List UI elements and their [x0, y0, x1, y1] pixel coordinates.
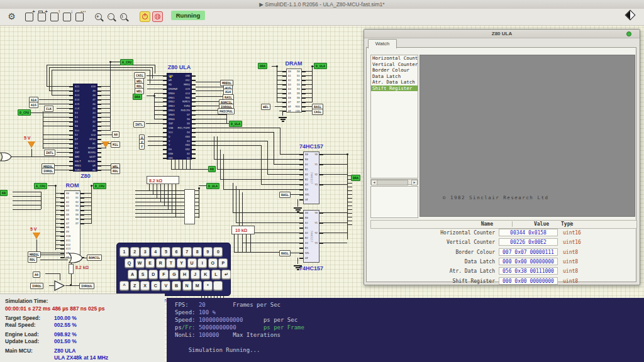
watch-list-item[interactable]: Atr. Data Latch	[371, 79, 418, 85]
wire[interactable]	[147, 84, 163, 85]
wire[interactable]	[135, 213, 184, 214]
net-tag-iorql[interactable]: IORQL	[30, 283, 43, 289]
wire[interactable]	[275, 106, 282, 107]
wire[interactable]	[347, 183, 352, 184]
wire[interactable]	[157, 184, 157, 198]
wire[interactable]	[323, 174, 347, 175]
wire[interactable]	[153, 184, 153, 194]
wire[interactable]	[84, 206, 91, 206]
keyboard-key-Z[interactable]: Z	[130, 281, 140, 290]
wire[interactable]	[110, 62, 121, 62]
wire[interactable]	[55, 214, 60, 215]
wire[interactable]	[233, 183, 233, 212]
wire[interactable]	[55, 210, 60, 211]
wire[interactable]	[55, 244, 60, 245]
wire[interactable]	[43, 134, 69, 135]
keyboard-key-S[interactable]: S	[138, 270, 148, 279]
wire[interactable]	[84, 219, 91, 219]
wire[interactable]	[199, 188, 199, 218]
wire[interactable]	[277, 102, 282, 102]
wire[interactable]	[175, 160, 175, 169]
chip-dram[interactable]: A0A1A2A3A4A5A6A7WEOED0D1D2D3D4D5D6D7RASC…	[286, 69, 302, 112]
wire[interactable]	[190, 160, 191, 169]
wire[interactable]	[149, 184, 150, 190]
watch-value[interactable]: 000 0x00 00000000	[499, 277, 558, 285]
keyboard-key-C[interactable]: C	[151, 281, 160, 290]
wire[interactable]	[236, 186, 236, 222]
keyboard-key-O[interactable]: O	[208, 258, 218, 268]
watch-value[interactable]: 056 0x38 00111000	[499, 267, 558, 275]
wire[interactable]	[147, 89, 163, 89]
net-tag-a0[interactable]: A0	[112, 131, 119, 138]
keyboard-key-W[interactable]: W	[135, 258, 145, 268]
wire[interactable]	[101, 117, 110, 118]
wire[interactable]	[101, 165, 111, 166]
wire[interactable]	[91, 187, 92, 224]
keyboard-key-*[interactable]: *	[203, 281, 213, 290]
wire[interactable]	[306, 111, 312, 111]
bus-tag-kb[interactable]: KB	[208, 166, 216, 172]
keyboard-key-A[interactable]: A	[128, 270, 137, 279]
wire[interactable]	[347, 217, 352, 217]
keyboard-key-E[interactable]: E	[145, 258, 155, 268]
wire[interactable]	[84, 193, 91, 194]
wire[interactable]	[49, 285, 54, 286]
bus-tag-d-ula[interactable]: D_ULA	[229, 121, 242, 127]
chip-ula[interactable]: CASWRRDDRAMWEDRA0DRA1DRA2DRA3DRA4DRA5DRA…	[167, 73, 192, 160]
wire[interactable]	[242, 234, 243, 252]
keyboard-key-T[interactable]: T	[166, 258, 175, 268]
bus-tag-dra[interactable]: DRA	[351, 175, 360, 181]
wire[interactable]	[306, 102, 312, 102]
wire[interactable]	[13, 205, 41, 206]
wire[interactable]	[147, 80, 163, 80]
resistor-pack[interactable]: 10 kΩ	[231, 226, 255, 234]
wire[interactable]	[43, 139, 69, 140]
wire[interactable]	[306, 75, 312, 76]
watch-window-titlebar[interactable]: Z80 ULA	[364, 30, 640, 38]
wire[interactable]	[347, 187, 352, 187]
wire[interactable]	[43, 143, 69, 144]
ground-symbol[interactable]	[294, 207, 302, 213]
wire[interactable]	[236, 222, 299, 223]
keyboard-key-L[interactable]: L	[211, 270, 221, 279]
wire[interactable]	[277, 75, 282, 76]
resistor-pack[interactable]	[69, 264, 74, 274]
wire[interactable]	[179, 160, 179, 169]
wire[interactable]	[101, 130, 110, 131]
wire[interactable]	[101, 112, 110, 113]
wire[interactable]	[101, 90, 110, 91]
ground-symbol[interactable]	[294, 265, 302, 271]
wire[interactable]	[135, 217, 184, 217]
wire[interactable]	[199, 185, 206, 186]
keyboard-key-V[interactable]: V	[161, 281, 170, 290]
wire[interactable]	[47, 65, 155, 65]
net-tag-intl[interactable]: INTL	[44, 150, 55, 156]
wire[interactable]	[277, 84, 282, 85]
wire[interactable]	[60, 273, 60, 280]
buffer-gate[interactable]	[54, 280, 66, 291]
wire[interactable]	[154, 102, 163, 102]
wire[interactable]	[55, 236, 60, 236]
keyboard-key-N[interactable]: N	[182, 281, 192, 290]
chip-rom[interactable]: A0A1A2A3A4A5A6A7A8A9A10A11A12A13WEOED0D1…	[64, 190, 80, 258]
keyboard-key-X[interactable]: X	[140, 281, 150, 290]
wire[interactable]	[31, 149, 32, 156]
wire[interactable]	[55, 197, 60, 198]
bus-tag-d-ula[interactable]: D_ULA	[206, 183, 219, 189]
wire[interactable]	[101, 134, 112, 135]
wire[interactable]	[55, 227, 60, 228]
wire[interactable]	[30, 112, 43, 113]
net-tag-y[interactable]: Y	[139, 143, 145, 150]
wire[interactable]	[135, 202, 184, 202]
wire[interactable]	[39, 104, 69, 104]
wire[interactable]	[55, 231, 60, 232]
wire[interactable]	[52, 70, 52, 95]
wire[interactable]	[306, 93, 312, 94]
wire[interactable]	[182, 160, 183, 169]
wire[interactable]	[43, 126, 69, 126]
wire[interactable]	[55, 240, 60, 241]
wire[interactable]	[347, 198, 352, 199]
net-tag-iorql[interactable]: IORQL	[42, 168, 55, 174]
wire[interactable]	[347, 224, 352, 225]
wire[interactable]	[261, 145, 262, 184]
